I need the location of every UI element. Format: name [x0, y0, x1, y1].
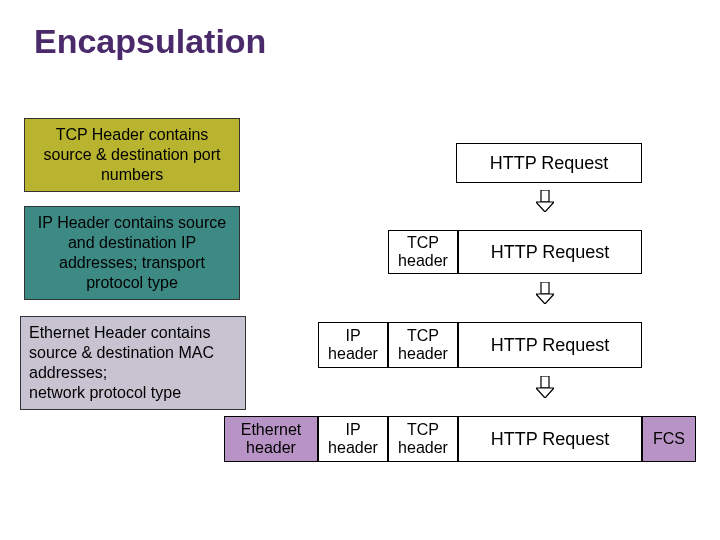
tcp-header-description: TCP Header contains source & destination…	[24, 118, 240, 192]
tcp-header-block-row4: TCP header	[388, 416, 458, 462]
down-arrow-icon	[536, 282, 554, 304]
svg-rect-0	[541, 190, 549, 202]
ethernet-header-block-row4: Ethernet header	[224, 416, 318, 462]
slide-title: Encapsulation	[0, 0, 720, 71]
ethernet-header-description: Ethernet Header contains source & destin…	[20, 316, 246, 410]
http-request-block-row3: HTTP Request	[458, 322, 642, 368]
svg-rect-2	[541, 376, 549, 388]
ip-header-block-row3: IP header	[318, 322, 388, 368]
ip-header-description: IP Header contains source and destinatio…	[24, 206, 240, 300]
fcs-block-row4: FCS	[642, 416, 696, 462]
http-request-block-row2: HTTP Request	[458, 230, 642, 274]
ip-header-block-row4: IP header	[318, 416, 388, 462]
tcp-header-block-row3: TCP header	[388, 322, 458, 368]
svg-rect-1	[541, 282, 549, 294]
tcp-header-block-row2: TCP header	[388, 230, 458, 274]
http-request-block-row4: HTTP Request	[458, 416, 642, 462]
down-arrow-icon	[536, 190, 554, 212]
down-arrow-icon	[536, 376, 554, 398]
http-request-block-row1: HTTP Request	[456, 143, 642, 183]
